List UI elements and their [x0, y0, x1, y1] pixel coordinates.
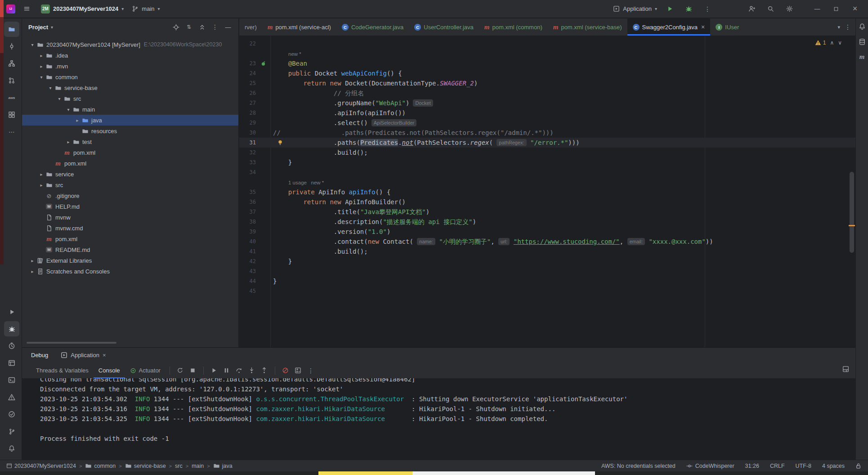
editor-tab-rver-[interactable]: rver): [239, 18, 262, 36]
version-control-icon[interactable]: [4, 424, 19, 439]
indent-setting[interactable]: 4 spaces: [822, 463, 845, 469]
tree-item-scratches-and-consoles[interactable]: ▸Scratches and Consoles: [22, 266, 238, 277]
more-actions-icon[interactable]: ⋮: [305, 365, 317, 376]
database-icon[interactable]: [859, 38, 866, 45]
tree-item-main[interactable]: ▾main: [22, 104, 238, 115]
editor-tab-iuser[interactable]: IIUser: [710, 18, 744, 36]
tree-item-20230407myserver1024-myserver-[interactable]: ▾20230407MyServer1024 [MyServer]E:\20230…: [22, 39, 238, 50]
project-switcher[interactable]: 2M 20230407MyServer1024 ▾: [38, 2, 127, 16]
maven-icon[interactable]: m: [859, 54, 865, 60]
rerun-icon[interactable]: [174, 365, 186, 376]
chevron-right-icon[interactable]: ▸: [29, 258, 36, 263]
pull-requests-icon[interactable]: [4, 73, 19, 88]
breadcrumb-item-main[interactable]: main: [192, 463, 204, 469]
tree-item--idea[interactable]: ▸.idea: [22, 50, 238, 61]
close-icon[interactable]: ×: [103, 352, 106, 358]
project-scrollbar[interactable]: [27, 342, 116, 344]
file-encoding[interactable]: UTF-8: [796, 463, 811, 469]
tree-item-src[interactable]: ▾src: [22, 93, 238, 104]
aws-icon[interactable]: aws: [4, 90, 19, 105]
main-menu-button[interactable]: [17, 2, 36, 16]
chevron-down-icon[interactable]: ▾: [29, 42, 36, 47]
step-over-icon[interactable]: [233, 365, 245, 376]
tree-item-service-base[interactable]: ▾service-base: [22, 82, 238, 93]
resume-icon[interactable]: [208, 365, 220, 376]
chevron-right-icon[interactable]: ▸: [38, 183, 45, 188]
editor-scrollbar-thumb[interactable]: [850, 172, 854, 253]
todo-icon[interactable]: [4, 407, 19, 422]
step-out-icon[interactable]: [259, 365, 270, 376]
tree-item--gitignore[interactable]: ⊘.gitignore: [22, 190, 238, 201]
tree-item--mvn[interactable]: ▸.mvn: [22, 61, 238, 72]
problems-icon[interactable]: [4, 390, 19, 405]
debug-tool-icon[interactable]: [4, 321, 19, 336]
search-everywhere-button[interactable]: [761, 2, 780, 16]
prev-problem-icon[interactable]: ∧: [830, 40, 834, 46]
breadcrumb-item-20230407myserver1024[interactable]: 20230407MyServer1024: [6, 463, 76, 469]
console-output[interactable]: Closing non transactional SqlSession [or…: [22, 378, 855, 460]
maximize-button[interactable]: [827, 0, 846, 18]
hide-panel-icon[interactable]: —: [223, 22, 233, 32]
breadcrumb-item-common[interactable]: common: [85, 462, 116, 469]
code-with-me-button[interactable]: [742, 2, 761, 16]
expand-all-icon[interactable]: ⇅: [184, 22, 194, 32]
intention-bulb-icon[interactable]: [277, 139, 283, 146]
tree-item-readme-md[interactable]: MREADME.md: [22, 244, 238, 255]
aws-credentials-status[interactable]: AWS: No credentials selected: [601, 463, 676, 469]
profiler-icon[interactable]: [4, 338, 19, 354]
run-tool-icon[interactable]: [4, 304, 19, 319]
chevron-right-icon[interactable]: ▸: [38, 64, 45, 69]
chevron-right-icon[interactable]: ▸: [38, 53, 45, 58]
more-run-actions-button[interactable]: ⋮: [698, 2, 717, 16]
tree-item-src[interactable]: ▸src: [22, 179, 238, 190]
tree-item-pom-xml[interactable]: mpom.xml: [22, 158, 238, 169]
next-problem-icon[interactable]: ∨: [838, 40, 842, 46]
inspections-widget[interactable]: 1 ∧ ∨: [815, 40, 842, 46]
debug-session-tab[interactable]: Application ×: [57, 348, 109, 363]
tree-item-test[interactable]: ▸test: [22, 136, 238, 147]
editor-tab-pom-xml-service-acl-[interactable]: mpom.xml (service-acl): [262, 18, 336, 36]
select-opened-file-icon[interactable]: [171, 22, 181, 32]
evaluate-expression-icon[interactable]: [292, 365, 304, 376]
layout-settings-icon[interactable]: [842, 366, 849, 372]
services-icon[interactable]: [4, 355, 19, 371]
modules-icon[interactable]: [4, 107, 19, 122]
notifications-bell-icon[interactable]: [859, 23, 866, 30]
run-button[interactable]: [660, 2, 679, 16]
editor-tab-pom-xml-common-[interactable]: mpom.xml (common): [479, 18, 548, 36]
terminal-icon[interactable]: [4, 372, 19, 388]
breadcrumb-item-java[interactable]: java: [213, 462, 233, 469]
pause-icon[interactable]: [221, 365, 233, 376]
structure-icon[interactable]: [4, 56, 19, 71]
chevron-right-icon[interactable]: ▸: [29, 269, 36, 274]
breadcrumb-item-src[interactable]: src: [175, 463, 183, 469]
chevron-down-icon[interactable]: ▾: [38, 75, 45, 80]
collapse-all-icon[interactable]: [197, 22, 207, 32]
debug-tab-actuator[interactable]: Actuator: [125, 363, 166, 378]
error-stripe-warning-mark[interactable]: [849, 225, 855, 226]
editor-tab-swagger2config-java[interactable]: CSwagger2Config.java×: [627, 18, 711, 36]
tree-item-help-md[interactable]: MHELP.md: [22, 201, 238, 212]
stop-icon[interactable]: [187, 365, 199, 376]
debug-tab-console[interactable]: Console: [94, 363, 125, 378]
close-button[interactable]: ×: [846, 0, 864, 18]
editor-tab-pom-xml-service-base-[interactable]: mpom.xml (service-base): [548, 18, 627, 36]
tree-item-external-libraries[interactable]: ▸External Libraries: [22, 255, 238, 266]
project-tool-icon[interactable]: [4, 22, 19, 37]
editor-tab-usercontroller-java[interactable]: CUserController.java: [409, 18, 479, 36]
breadcrumb-item-service-base[interactable]: service-base: [125, 462, 166, 469]
tree-item-java[interactable]: ▸java: [22, 115, 238, 125]
line-separator[interactable]: CRLF: [770, 463, 785, 469]
chevron-right-icon[interactable]: ▸: [38, 172, 45, 177]
more-tools-icon[interactable]: ⋯: [4, 124, 19, 139]
tree-item-mvnw[interactable]: mvnw: [22, 212, 238, 223]
editor-tab-codegenerator-java[interactable]: CCodeGenerator.java: [336, 18, 409, 36]
branch-switcher[interactable]: main ▾: [129, 2, 163, 16]
chevron-down-icon[interactable]: ▾: [56, 96, 63, 101]
chevron-right-icon[interactable]: ▸: [74, 118, 81, 123]
close-tab-icon[interactable]: ×: [701, 23, 705, 31]
more-options-icon[interactable]: ⋮: [210, 22, 220, 32]
chevron-down-icon[interactable]: ▾: [47, 85, 54, 90]
code-editor[interactable]: 22new *23 @Bean24 public Docket webApiCo…: [239, 36, 855, 347]
commit-icon[interactable]: [4, 39, 19, 54]
